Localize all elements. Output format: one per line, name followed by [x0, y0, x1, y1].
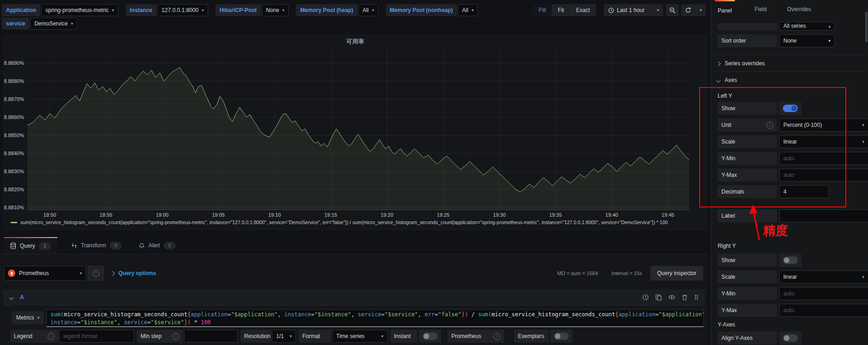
svg-text:98.8820%: 98.8820% [4, 187, 24, 192]
promql-code-editor[interactable]: sum(micro_service_histogram_seconds_coun… [46, 309, 704, 327]
metrics-label: Metrics [16, 314, 34, 321]
left-y-label-input[interactable] [779, 209, 868, 222]
left-y-heading: Left Y [718, 93, 732, 99]
chevron-down-icon: ▾ [657, 8, 659, 13]
variable-selector: Applicationspring-prometheus-metric▾ [2, 4, 118, 16]
svg-text:19:20: 19:20 [381, 212, 394, 218]
svg-text:19:30: 19:30 [493, 212, 506, 218]
axes-section[interactable]: Axes [717, 77, 737, 83]
legend-color-swatch [11, 222, 17, 223]
query-options-toggle[interactable]: Query options [111, 266, 156, 281]
variable-value-dropdown[interactable]: 127.0.0.1:8000▾ [157, 4, 208, 16]
svg-text:98.8890%: 98.8890% [4, 60, 24, 66]
right-y-scale-select[interactable]: linear▾ [779, 270, 868, 283]
svg-text:98.8880%: 98.8880% [4, 78, 24, 84]
left-y-unit-select[interactable]: Percent (0-100)▾ [779, 119, 868, 132]
sidebar-scrollbar[interactable] [865, 12, 868, 42]
annotation-text: 精度 [763, 222, 788, 239]
trash-icon[interactable] [682, 294, 688, 301]
duplicate-icon[interactable] [655, 294, 662, 301]
time-range-picker[interactable]: Last 1 hour ▾ [604, 4, 663, 16]
time-range-label: Last 1 hour [617, 7, 645, 13]
clipped-option-label [718, 23, 777, 31]
alert-count-badge: 0 [164, 242, 176, 250]
refresh-interval-dropdown[interactable]: ▾ [696, 4, 706, 16]
left-y-label-label: Label [718, 209, 777, 222]
refresh-button[interactable] [681, 4, 695, 16]
resolution-select[interactable]: 1/1▾ [272, 330, 296, 343]
history-icon[interactable] [642, 294, 649, 301]
variable-value-dropdown[interactable]: All▾ [358, 4, 378, 16]
svg-text:19:05: 19:05 [212, 212, 225, 218]
variable-label: Instance [126, 4, 157, 16]
max-data-points-text: MD = auto = 1684 [557, 270, 598, 276]
promql-line-1: sum(micro_service_histogram_seconds_coun… [50, 311, 700, 319]
right-y-min-input[interactable] [779, 287, 868, 300]
query-ref-id: A [20, 294, 24, 301]
tab-transform[interactable]: Transform 0 [65, 237, 128, 254]
view-mode-exact[interactable]: Exact [570, 4, 596, 16]
right-y-show-toggle[interactable] [779, 254, 801, 267]
variables-row-1: Applicationspring-prometheus-metric▾Inst… [2, 4, 478, 16]
align-y-axes-label: Align Y-Axes [718, 332, 777, 345]
variable-value-dropdown[interactable]: DemoService▾ [30, 18, 77, 30]
variable-selector: Memory Pool (nonheap)All▾ [386, 4, 478, 16]
datasource-help-button[interactable]: ? [88, 266, 104, 281]
left-y-show-toggle[interactable] [779, 102, 801, 115]
left-y-max-label: Y-Max [718, 169, 777, 182]
eye-icon[interactable] [668, 294, 675, 301]
left-y-decimals-label: Decimals [718, 185, 777, 198]
svg-text:19:45: 19:45 [662, 212, 675, 218]
legend-series-label: sum(micro_service_histogram_seconds_coun… [20, 220, 668, 225]
drag-handle-icon[interactable] [694, 294, 699, 301]
tab-query-label: Query [20, 243, 35, 249]
prometheus-logo-icon [8, 270, 15, 277]
tab-query[interactable]: Query 1 [4, 237, 57, 254]
svg-text:98.8810%: 98.8810% [4, 205, 24, 210]
variable-selector: Memory Pool (heap)All▾ [296, 4, 378, 16]
tab-overrides[interactable]: Overrides [784, 0, 814, 19]
time-series-chart[interactable]: 98.8890%98.8880%98.8870%98.8860%98.8850%… [4, 35, 706, 219]
datasource-picker[interactable]: Prometheus ▾ [4, 266, 86, 281]
right-y-max-input[interactable] [779, 304, 868, 317]
view-mode-fit[interactable]: Fit [552, 4, 570, 16]
variable-label: Memory Pool (heap) [296, 4, 357, 16]
format-select[interactable]: Time series▾ [332, 330, 388, 343]
align-y-axes-toggle[interactable] [779, 332, 801, 345]
info-icon: i [48, 333, 55, 340]
min-step-input[interactable] [184, 330, 238, 343]
series-overrides-section[interactable]: Series overrides [717, 60, 765, 67]
tab-alert[interactable]: Alert 0 [132, 237, 182, 254]
query-row-header[interactable]: A [4, 290, 705, 306]
interval-text: Interval = 15s [611, 270, 642, 276]
left-y-decimals-input[interactable] [779, 185, 829, 198]
legend-format-input[interactable] [59, 330, 134, 343]
query-inspector-button[interactable]: Query inspector [650, 266, 703, 281]
instant-toggle[interactable] [419, 330, 441, 343]
variable-value-dropdown[interactable]: All▾ [458, 4, 478, 16]
series-overrides-label: Series overrides [725, 60, 765, 67]
variable-value-dropdown[interactable]: spring-prometheus-metric▾ [41, 4, 118, 16]
variable-value-dropdown[interactable]: None▾ [262, 4, 289, 16]
chart-legend[interactable]: sum(micro_service_histogram_seconds_coun… [11, 220, 668, 225]
clipped-dropdown[interactable]: All series▾ [779, 22, 835, 31]
left-y-scale-select[interactable]: linear▾ [779, 135, 868, 148]
query-row-actions [642, 294, 699, 301]
left-y-unit-label: Uniti [718, 119, 777, 132]
prometheus-option-label: Prometheusi [448, 330, 504, 343]
tab-panel[interactable]: Panel [715, 0, 735, 20]
query-count-badge: 1 [39, 242, 51, 250]
view-mode-fill[interactable]: Fill [533, 4, 552, 16]
metrics-dropdown[interactable]: Metrics ▾ [12, 311, 43, 324]
bell-icon [139, 243, 145, 249]
chart-panel: 可用率 98.8890%98.8880%98.8870%98.8860%98.8… [4, 35, 707, 230]
variable-selector: HikariCP-PoolNone▾ [215, 4, 289, 16]
left-y-min-input[interactable] [779, 152, 868, 165]
svg-text:19:25: 19:25 [437, 212, 450, 218]
exemplars-toggle[interactable] [550, 330, 573, 343]
tab-field[interactable]: Field [752, 0, 770, 19]
zoom-out-button[interactable] [666, 4, 679, 16]
svg-text:19:40: 19:40 [605, 212, 618, 218]
sort-order-select[interactable]: None▾ [779, 34, 835, 47]
left-y-max-input[interactable] [779, 169, 868, 182]
